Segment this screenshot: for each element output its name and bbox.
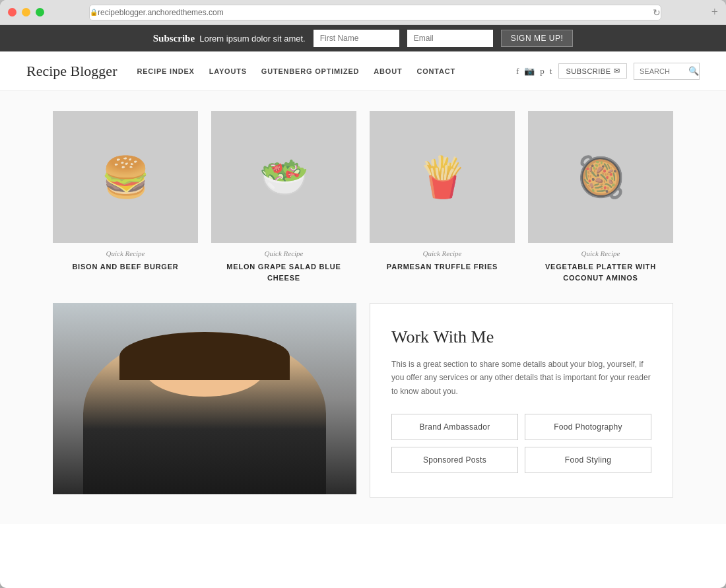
work-with-me-title: Work With Me bbox=[391, 327, 651, 347]
recipe-title-3: PARMESAN TRUFFLE FRIES bbox=[387, 261, 498, 273]
address-bar[interactable]: 🔒 recipeblogger.anchoredthemes.com ↻ bbox=[89, 5, 661, 20]
lock-icon: 🔒 bbox=[90, 9, 98, 16]
site-header: Recipe Blogger RECIPE INDEX LAYOUTS GUTE… bbox=[0, 51, 726, 91]
new-tab-button[interactable]: + bbox=[711, 5, 718, 19]
recipe-card-2[interactable]: Quick Recipe MELON GRAPE SALAD BLUE CHEE… bbox=[211, 111, 356, 283]
sponsored-posts-button[interactable]: Sponsored Posts bbox=[391, 447, 518, 473]
mail-icon: ✉ bbox=[614, 67, 620, 75]
nav-gutenberg[interactable]: GUTENBERG OPTIMIZED bbox=[261, 67, 359, 75]
subscribe-label: Subscribe Lorem ipsum dolor sit amet. bbox=[153, 33, 306, 44]
nav-contact[interactable]: CONTACT bbox=[416, 67, 455, 75]
website-content: Subscribe Lorem ipsum dolor sit amet. SI… bbox=[0, 25, 726, 588]
site-logo[interactable]: Recipe Blogger bbox=[26, 63, 117, 80]
recipe-title-2: MELON GRAPE SALAD BLUE CHEESE bbox=[211, 261, 356, 283]
minimize-button[interactable] bbox=[22, 8, 30, 16]
food-styling-button[interactable]: Food Styling bbox=[525, 447, 651, 473]
food-photography-button[interactable]: Food Photography bbox=[525, 414, 651, 440]
work-with-me-box: Work With Me This is a great section to … bbox=[370, 303, 673, 498]
first-name-input[interactable] bbox=[314, 30, 399, 47]
work-with-me-buttons: Brand Ambassador Food Photography Sponso… bbox=[391, 414, 651, 473]
browser-window: 🔒 recipeblogger.anchoredthemes.com ↻ + S… bbox=[0, 0, 726, 588]
main-nav: RECIPE INDEX LAYOUTS GUTENBERG OPTIMIZED… bbox=[137, 67, 515, 75]
subscribe-header-button[interactable]: SUBSCRIBE ✉ bbox=[558, 63, 627, 79]
recipe-image-burger bbox=[53, 111, 198, 243]
browser-titlebar: 🔒 recipeblogger.anchoredthemes.com ↻ + bbox=[0, 0, 726, 25]
main-content: Quick Recipe BISON AND BEEF BURGER Quick… bbox=[0, 91, 726, 524]
nav-about[interactable]: ABOUT bbox=[374, 67, 402, 75]
close-button[interactable] bbox=[8, 8, 16, 16]
social-icons: f 📷 p t bbox=[516, 66, 552, 77]
twitter-icon[interactable]: t bbox=[550, 66, 552, 77]
bottom-section: Work With Me This is a great section to … bbox=[53, 303, 673, 498]
recipe-category-4: Quick Recipe bbox=[581, 249, 620, 257]
recipe-image-salad bbox=[211, 111, 356, 243]
recipe-card-1[interactable]: Quick Recipe BISON AND BEEF BURGER bbox=[53, 111, 198, 283]
maximize-button[interactable] bbox=[36, 8, 44, 16]
nav-layouts[interactable]: LAYOUTS bbox=[209, 67, 247, 75]
recipe-category-1: Quick Recipe bbox=[106, 249, 145, 257]
subscribe-header-label: SUBSCRIBE bbox=[566, 67, 610, 75]
author-silhouette bbox=[83, 332, 326, 495]
search-icon[interactable]: 🔍 bbox=[688, 66, 699, 77]
nav-recipe-index[interactable]: RECIPE INDEX bbox=[137, 67, 194, 75]
sign-me-up-button[interactable]: SIGN ME UP! bbox=[501, 30, 574, 47]
nav-right: f 📷 p t SUBSCRIBE ✉ 🔍 bbox=[516, 63, 700, 80]
recipe-grid: Quick Recipe BISON AND BEEF BURGER Quick… bbox=[53, 111, 673, 283]
pinterest-icon[interactable]: p bbox=[540, 66, 544, 77]
email-input[interactable] bbox=[407, 30, 493, 47]
recipe-image-fries bbox=[370, 111, 515, 243]
recipe-category-3: Quick Recipe bbox=[423, 249, 462, 257]
author-photo-inner bbox=[53, 303, 356, 494]
search-input[interactable] bbox=[640, 67, 686, 75]
recipe-title-4: VEGETABLE PLATTER WITH COCONUT AMINOS bbox=[528, 261, 673, 283]
recipe-category-2: Quick Recipe bbox=[265, 249, 304, 257]
refresh-icon[interactable]: ↻ bbox=[653, 7, 661, 18]
recipe-card-4[interactable]: Quick Recipe VEGETABLE PLATTER WITH COCO… bbox=[528, 111, 673, 283]
recipe-card-3[interactable]: Quick Recipe PARMESAN TRUFFLE FRIES bbox=[370, 111, 515, 283]
subscribe-tagline: Lorem ipsum dolor sit amet. bbox=[199, 34, 305, 44]
subscribe-banner: Subscribe Lorem ipsum dolor sit amet. SI… bbox=[0, 25, 726, 51]
search-box[interactable]: 🔍 bbox=[634, 63, 700, 80]
recipe-image-platter bbox=[528, 111, 673, 243]
subscribe-heading: Subscribe bbox=[153, 33, 195, 44]
recipe-title-1: BISON AND BEEF BURGER bbox=[72, 261, 178, 273]
author-photo bbox=[53, 303, 356, 494]
work-with-me-description: This is a great section to share some de… bbox=[391, 358, 651, 398]
facebook-icon[interactable]: f bbox=[516, 66, 519, 77]
instagram-icon[interactable]: 📷 bbox=[524, 66, 535, 77]
url-text: recipeblogger.anchoredthemes.com bbox=[98, 8, 224, 17]
brand-ambassador-button[interactable]: Brand Ambassador bbox=[391, 414, 518, 440]
